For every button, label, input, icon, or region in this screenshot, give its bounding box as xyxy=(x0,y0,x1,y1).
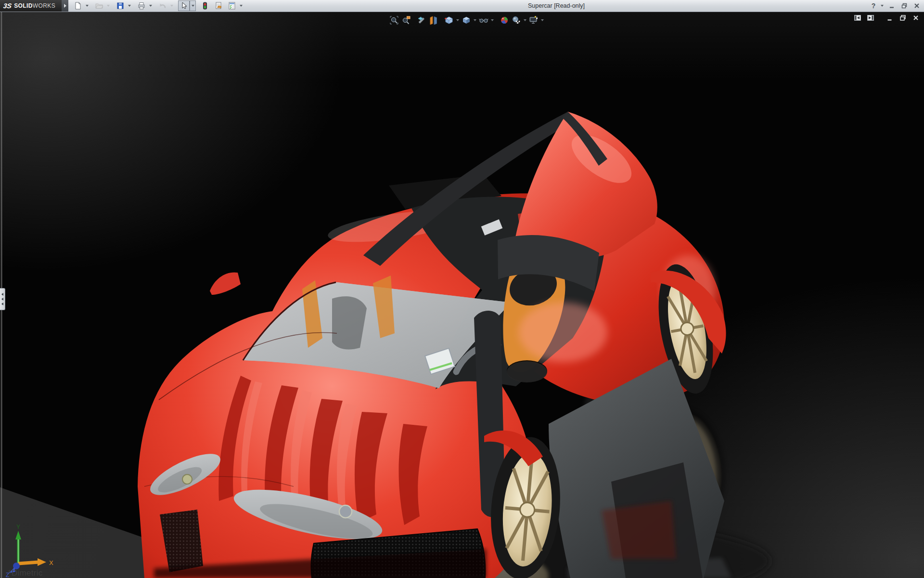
solidworks-logo: 3S SOLIDWORKS xyxy=(0,0,62,12)
apply-scene-dropdown[interactable] xyxy=(522,14,527,26)
display-style-button[interactable] xyxy=(460,14,472,26)
chevron-down-icon xyxy=(149,5,152,7)
view-orientation-label: *Dimetric xyxy=(8,568,43,578)
section-view-button[interactable] xyxy=(427,14,439,26)
chevron-down-icon xyxy=(170,5,173,7)
chevron-down-icon xyxy=(474,19,476,21)
collapse-pane-right-icon xyxy=(867,14,874,22)
view-orientation-icon xyxy=(444,15,454,25)
view-settings-icon xyxy=(529,15,539,25)
chevron-right-icon xyxy=(64,4,66,8)
document-window-controls xyxy=(853,13,920,22)
chevron-down-icon xyxy=(881,5,884,7)
minimize-document-icon xyxy=(886,14,894,22)
help-button[interactable]: ? xyxy=(870,1,877,11)
print-dropdown[interactable] xyxy=(147,0,154,11)
new-document-icon xyxy=(74,1,82,10)
zoom-to-area-icon xyxy=(401,15,411,25)
chevron-down-icon xyxy=(107,5,110,7)
title-bar: 3S SOLIDWORKS xyxy=(0,0,924,12)
feature-manager-collapsed-tab[interactable] xyxy=(0,288,5,310)
chevron-left-icon xyxy=(1,293,3,296)
apply-scene-icon xyxy=(512,15,521,25)
view-settings-dropdown[interactable] xyxy=(539,14,545,26)
traffic-light-icon xyxy=(201,1,209,10)
graphics-area[interactable]: Y X Z *Dimetric xyxy=(0,12,924,578)
close-document-button[interactable] xyxy=(911,13,920,22)
close-icon xyxy=(913,2,920,9)
undo-arrow-icon xyxy=(158,1,167,10)
window-controls: ? xyxy=(870,0,922,12)
select-cursor-icon xyxy=(180,1,188,10)
save-dropdown[interactable] xyxy=(126,0,132,11)
print-button[interactable] xyxy=(136,0,147,11)
help-dropdown[interactable] xyxy=(880,0,884,11)
solidworks-window: 3S SOLIDWORKS xyxy=(0,0,924,578)
restore-icon xyxy=(901,2,908,9)
chevron-down-icon xyxy=(456,19,459,21)
save-button[interactable] xyxy=(115,0,126,11)
restore-document-button[interactable] xyxy=(898,13,907,22)
y-axis-label: Y xyxy=(16,524,20,530)
select-dropdown[interactable] xyxy=(190,0,196,11)
chevron-left-icon xyxy=(1,298,3,301)
undo-button[interactable] xyxy=(157,0,168,11)
edit-appearance-button[interactable] xyxy=(498,14,510,26)
open-folder-icon xyxy=(95,1,103,10)
chevron-left-icon xyxy=(1,302,3,305)
display-style-icon xyxy=(462,15,471,25)
chevron-down-icon xyxy=(524,19,526,21)
view-orientation-button[interactable] xyxy=(443,14,455,26)
close-button[interactable] xyxy=(912,1,922,11)
hide-show-items-dropdown[interactable] xyxy=(489,14,495,26)
apply-scene-button[interactable] xyxy=(510,14,522,26)
file-properties-icon xyxy=(214,1,223,10)
save-floppy-icon xyxy=(116,1,125,10)
chevron-down-icon xyxy=(192,5,194,7)
hide-show-items-button[interactable] xyxy=(477,14,489,26)
3ds-logo-icon: 3S xyxy=(3,2,12,10)
display-style-dropdown[interactable] xyxy=(472,14,477,26)
x-axis-label: X xyxy=(49,559,53,566)
model-render-supercar xyxy=(0,12,924,578)
select-button[interactable] xyxy=(178,0,190,11)
previous-view-button[interactable] xyxy=(415,14,427,26)
close-document-icon xyxy=(912,14,920,22)
new-document-button[interactable] xyxy=(72,0,84,11)
collapse-pane-left-button[interactable] xyxy=(853,13,862,22)
minimize-icon xyxy=(888,2,895,9)
options-checklist-icon xyxy=(228,1,236,10)
brand-name-bold: SOLID xyxy=(14,2,33,9)
new-document-dropdown[interactable] xyxy=(84,0,90,11)
printer-icon xyxy=(137,1,146,10)
zoom-to-fit-icon xyxy=(389,15,399,25)
file-properties-button[interactable] xyxy=(213,0,224,11)
zoom-to-area-button[interactable] xyxy=(400,14,412,26)
rebuild-button[interactable] xyxy=(199,0,211,11)
undo-dropdown[interactable] xyxy=(168,0,175,11)
view-orientation-dropdown[interactable] xyxy=(455,14,460,26)
restore-document-icon xyxy=(899,14,907,22)
edit-appearance-icon xyxy=(500,15,509,25)
chevron-down-icon xyxy=(541,19,544,21)
open-dropdown[interactable] xyxy=(105,0,111,11)
menu-expander-button[interactable] xyxy=(62,0,68,12)
chevron-down-icon xyxy=(128,5,131,7)
collapse-pane-right-button[interactable] xyxy=(866,13,875,22)
collapse-pane-left-icon xyxy=(854,14,861,22)
headsup-view-toolbar xyxy=(388,14,545,26)
view-settings-button[interactable] xyxy=(527,14,539,26)
y-axis-arrow xyxy=(15,531,21,539)
minimize-button[interactable] xyxy=(887,1,897,11)
minimize-document-button[interactable] xyxy=(886,13,894,22)
open-button[interactable] xyxy=(93,0,105,11)
zoom-to-fit-button[interactable] xyxy=(388,14,400,26)
standard-toolbar xyxy=(71,0,244,12)
options-dropdown[interactable] xyxy=(238,0,244,11)
brand-name-light: WORKS xyxy=(33,2,55,9)
document-title: Supercar [Read-only] xyxy=(528,0,585,12)
restore-button[interactable] xyxy=(899,1,909,11)
options-button[interactable] xyxy=(226,0,238,11)
chevron-down-icon xyxy=(86,5,89,7)
chevron-down-icon xyxy=(240,5,243,7)
